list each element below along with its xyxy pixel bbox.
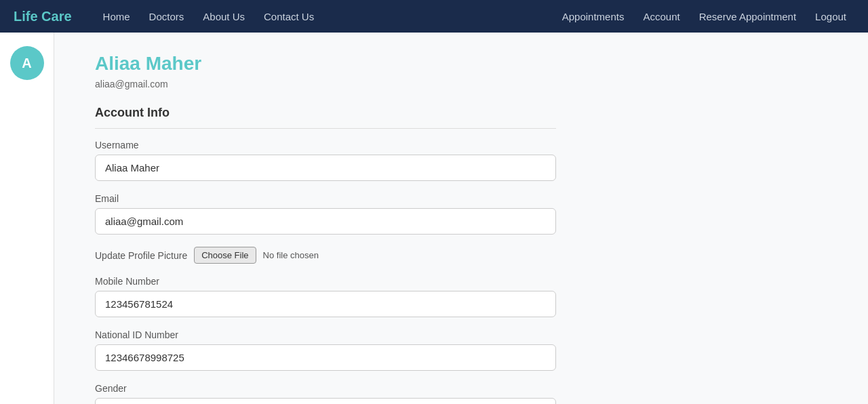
file-name-text: No file chosen xyxy=(263,250,319,260)
nav-link-appointments[interactable]: Appointments xyxy=(554,7,633,26)
mobile-group: Mobile Number xyxy=(95,276,556,317)
username-group: Username xyxy=(95,140,556,181)
gender-group: Gender xyxy=(95,383,556,404)
nav-link-about[interactable]: About Us xyxy=(195,7,253,26)
username-label: Username xyxy=(95,140,556,150)
mobile-input[interactable] xyxy=(95,291,556,317)
username-input[interactable] xyxy=(95,155,556,181)
sidebar: A xyxy=(0,33,54,404)
nav-brand[interactable]: Life Care xyxy=(14,9,72,24)
nav-link-logout[interactable]: Logout xyxy=(807,7,854,26)
nav-link-home[interactable]: Home xyxy=(95,7,138,26)
user-name: Aliaa Maher xyxy=(95,53,556,75)
profile-picture-label: Update Profile Picture xyxy=(95,250,187,261)
nav-link-doctors[interactable]: Doctors xyxy=(141,7,193,26)
gender-label: Gender xyxy=(95,383,556,394)
user-email: aliaa@gmail.com xyxy=(95,79,556,89)
email-input[interactable] xyxy=(95,208,556,235)
avatar: A xyxy=(10,46,44,80)
nav-link-contact[interactable]: Contact Us xyxy=(256,7,322,26)
national-id-label: National ID Number xyxy=(95,329,556,340)
profile-picture-row: Update Profile Picture Choose File No fi… xyxy=(95,247,556,264)
choose-file-button[interactable]: Choose File xyxy=(194,247,256,264)
email-group: Email xyxy=(95,193,556,235)
main-content: Aliaa Maher aliaa@gmail.com Account Info… xyxy=(54,33,597,404)
section-title: Account Info xyxy=(95,106,556,129)
navbar: Life Care Home Doctors About Us Contact … xyxy=(0,0,868,33)
nav-link-reserve[interactable]: Reserve Appointment xyxy=(691,7,804,26)
gender-input[interactable] xyxy=(95,398,556,404)
national-id-input[interactable] xyxy=(95,344,556,371)
right-panel xyxy=(597,33,868,404)
mobile-label: Mobile Number xyxy=(95,276,556,287)
email-label: Email xyxy=(95,193,556,204)
nav-link-account[interactable]: Account xyxy=(635,7,688,26)
national-id-group: National ID Number xyxy=(95,329,556,371)
